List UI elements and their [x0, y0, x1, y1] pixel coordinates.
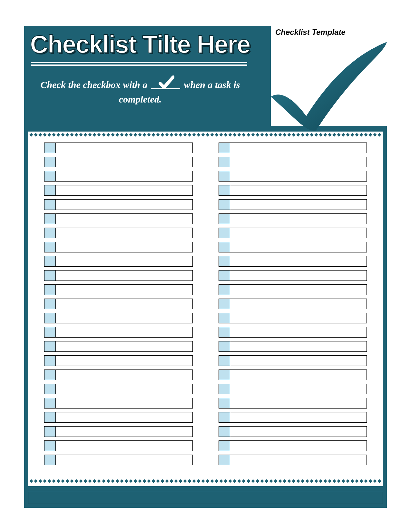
checklist-item-text[interactable] — [230, 284, 367, 295]
checklist-item-text[interactable] — [56, 199, 193, 210]
checklist-item-text[interactable] — [230, 426, 367, 437]
checklist-checkbox[interactable] — [219, 412, 230, 423]
checklist-item-text[interactable] — [56, 398, 193, 409]
diamond-icon — [369, 133, 372, 136]
checklist-checkbox[interactable] — [219, 426, 230, 437]
checklist-item-text[interactable] — [230, 327, 367, 338]
checklist-item-text[interactable] — [56, 256, 193, 267]
checklist-item-text[interactable] — [230, 313, 367, 323]
checklist-checkbox[interactable] — [44, 242, 56, 252]
checklist-checkbox[interactable] — [44, 313, 56, 323]
checklist-checkbox[interactable] — [44, 185, 56, 196]
checklist-checkbox[interactable] — [219, 369, 230, 380]
checklist-checkbox[interactable] — [219, 228, 230, 238]
checklist-row — [219, 143, 367, 153]
diamond-icon — [106, 133, 110, 136]
checklist-item-text[interactable] — [56, 426, 193, 437]
diamond-icon — [337, 479, 340, 483]
checklist-checkbox[interactable] — [219, 185, 230, 196]
checklist-checkbox[interactable] — [219, 171, 230, 182]
checklist-row — [219, 398, 367, 409]
checklist-item-text[interactable] — [56, 242, 193, 252]
checklist-checkbox[interactable] — [219, 256, 230, 267]
checklist-item-text[interactable] — [56, 185, 193, 196]
checklist-item-text[interactable] — [56, 157, 193, 167]
checklist-checkbox[interactable] — [44, 355, 56, 366]
checklist-checkbox[interactable] — [44, 171, 56, 182]
diamond-icon — [305, 133, 309, 136]
checklist-checkbox[interactable] — [219, 270, 230, 281]
checklist-checkbox[interactable] — [44, 228, 56, 238]
checklist-checkbox[interactable] — [219, 455, 230, 465]
checklist-item-text[interactable] — [230, 256, 367, 267]
checklist-checkbox[interactable] — [44, 213, 56, 224]
checklist-item-text[interactable] — [230, 270, 367, 281]
checklist-item-text[interactable] — [230, 242, 367, 252]
checklist-item-text[interactable] — [56, 369, 193, 380]
checklist-checkbox[interactable] — [219, 242, 230, 252]
checklist-checkbox[interactable] — [219, 440, 230, 451]
checklist-item-text[interactable] — [230, 355, 367, 366]
checklist-checkbox[interactable] — [44, 426, 56, 437]
checklist-item-text[interactable] — [230, 228, 367, 238]
checklist-checkbox[interactable] — [219, 213, 230, 224]
checklist-checkbox[interactable] — [44, 157, 56, 167]
checklist-checkbox[interactable] — [44, 299, 56, 309]
checklist-item-text[interactable] — [56, 440, 193, 451]
checklist-item-text[interactable] — [230, 341, 367, 352]
checklist-item-text[interactable] — [56, 213, 193, 224]
checklist-item-text[interactable] — [56, 284, 193, 295]
checklist-item-text[interactable] — [56, 299, 193, 309]
checklist-checkbox[interactable] — [219, 384, 230, 394]
checklist-checkbox[interactable] — [44, 440, 56, 451]
diamond-icon — [66, 133, 69, 136]
checklist-checkbox[interactable] — [219, 341, 230, 352]
checklist-checkbox[interactable] — [219, 143, 230, 153]
checklist-item-text[interactable] — [56, 143, 193, 153]
checklist-checkbox[interactable] — [219, 355, 230, 366]
checklist-checkbox[interactable] — [219, 313, 230, 323]
checklist-item-text[interactable] — [56, 341, 193, 352]
checklist-item-text[interactable] — [230, 213, 367, 224]
diamond-icon — [310, 479, 313, 483]
checklist-item-text[interactable] — [230, 412, 367, 423]
checklist-item-text[interactable] — [230, 143, 367, 153]
checklist-item-text[interactable] — [56, 228, 193, 238]
checklist-item-text[interactable] — [56, 412, 193, 423]
checklist-item-text[interactable] — [230, 398, 367, 409]
checklist-checkbox[interactable] — [44, 327, 56, 338]
checklist-checkbox[interactable] — [44, 270, 56, 281]
checklist-item-text[interactable] — [56, 455, 193, 465]
checklist-checkbox[interactable] — [44, 412, 56, 423]
checklist-item-text[interactable] — [230, 157, 367, 167]
checklist-checkbox[interactable] — [44, 455, 56, 465]
checklist-checkbox[interactable] — [219, 284, 230, 295]
checklist-item-text[interactable] — [230, 185, 367, 196]
checklist-checkbox[interactable] — [44, 284, 56, 295]
checklist-item-text[interactable] — [230, 384, 367, 394]
checklist-checkbox[interactable] — [44, 384, 56, 394]
checklist-checkbox[interactable] — [44, 398, 56, 409]
checklist-item-text[interactable] — [230, 369, 367, 380]
checklist-checkbox[interactable] — [219, 157, 230, 167]
checklist-checkbox[interactable] — [44, 256, 56, 267]
checklist-checkbox[interactable] — [44, 143, 56, 153]
checklist-item-text[interactable] — [230, 171, 367, 182]
checklist-checkbox[interactable] — [44, 199, 56, 210]
checklist-item-text[interactable] — [230, 440, 367, 451]
checklist-item-text[interactable] — [56, 270, 193, 281]
checklist-item-text[interactable] — [56, 355, 193, 366]
checklist-item-text[interactable] — [230, 299, 367, 309]
checklist-item-text[interactable] — [56, 384, 193, 394]
checklist-checkbox[interactable] — [219, 199, 230, 210]
checklist-item-text[interactable] — [230, 455, 367, 465]
checklist-checkbox[interactable] — [44, 341, 56, 352]
checklist-item-text[interactable] — [56, 313, 193, 323]
checklist-item-text[interactable] — [56, 171, 193, 182]
checklist-checkbox[interactable] — [219, 299, 230, 309]
checklist-checkbox[interactable] — [219, 398, 230, 409]
checklist-checkbox[interactable] — [44, 369, 56, 380]
checklist-checkbox[interactable] — [219, 327, 230, 338]
checklist-item-text[interactable] — [230, 199, 367, 210]
checklist-item-text[interactable] — [56, 327, 193, 338]
